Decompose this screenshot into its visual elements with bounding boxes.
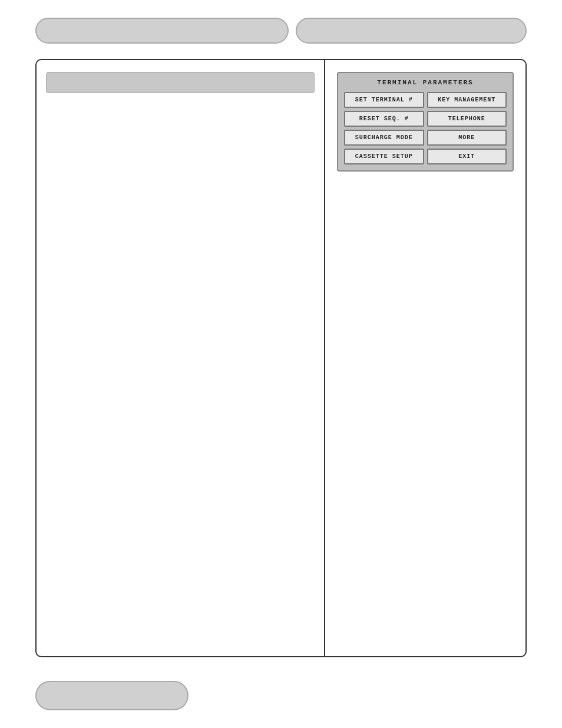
telephone-button[interactable]: TELEPHONE [427, 111, 507, 127]
more-button[interactable]: MORE [427, 130, 507, 146]
top-tab-right[interactable] [296, 18, 527, 44]
bottom-tab[interactable] [35, 681, 189, 710]
params-grid: SET TERMINAL # KEY MANAGEMENT RESET SEQ.… [344, 92, 507, 164]
cassette-setup-button[interactable]: CASSETTE SETUP [344, 149, 424, 164]
left-panel [37, 60, 325, 656]
bottom-bar [35, 681, 189, 710]
exit-button[interactable]: EXIT [427, 149, 507, 164]
main-container: TERMINAL PARAMETERS SET TERMINAL # KEY M… [35, 59, 527, 657]
set-terminal-button[interactable]: SET TERMINAL # [344, 92, 424, 108]
terminal-params-box: TERMINAL PARAMETERS SET TERMINAL # KEY M… [337, 72, 514, 172]
key-management-button[interactable]: KEY MANAGEMENT [427, 92, 507, 108]
left-panel-header [46, 72, 315, 93]
terminal-params-title: TERMINAL PARAMETERS [344, 79, 507, 86]
right-panel: TERMINAL PARAMETERS SET TERMINAL # KEY M… [325, 60, 525, 656]
surcharge-mode-button[interactable]: SURCHARGE MODE [344, 130, 424, 146]
top-tab-left[interactable] [35, 18, 289, 44]
top-bar [35, 18, 527, 44]
reset-seq-button[interactable]: RESET SEQ. # [344, 111, 424, 127]
